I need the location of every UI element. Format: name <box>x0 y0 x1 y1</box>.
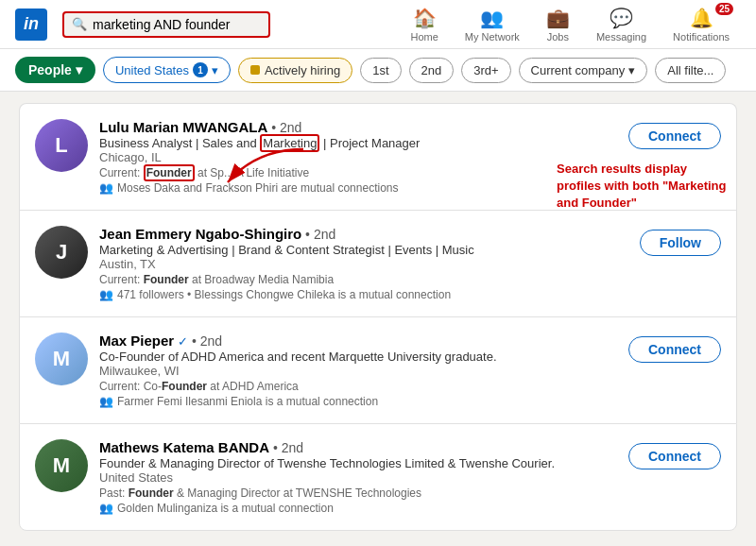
avatar-mathews-initials: M <box>53 453 70 478</box>
result-info-mathews: Mathews Katema BANDA • 2nd Founder & Man… <box>99 439 617 515</box>
avatar-lulu[interactable]: L <box>35 119 88 172</box>
messaging-icon: 💬 <box>610 7 633 29</box>
lulu-actions: Connect <box>628 119 721 195</box>
jean-location: Austin, TX <box>99 257 628 271</box>
nav-notifications-label: Notifications <box>673 31 730 43</box>
nav-messaging-label: Messaging <box>596 31 646 43</box>
search-results: L Lulu Marian MWANGALA • 2nd Business An… <box>19 103 737 531</box>
all-filters-button[interactable]: All filte... <box>655 58 726 83</box>
degree-1st-label: 1st <box>372 63 388 77</box>
max-name[interactable]: Max Pieper <box>99 333 174 349</box>
actively-hiring-label: Actively hiring <box>265 63 340 77</box>
degree-2nd-label: 2nd <box>421 63 442 77</box>
search-input[interactable] <box>93 17 261 32</box>
mathews-title: Founder & Managing Director of Twenshe T… <box>99 456 617 470</box>
jean-name[interactable]: Jean Emmery Ngabo-Shingiro <box>99 226 301 242</box>
mathews-degree: • 2nd <box>273 440 303 455</box>
mutual-icon: 👥 <box>99 181 113 195</box>
max-connect-button[interactable]: Connect <box>628 336 721 363</box>
notifications-icon: 🔔 <box>690 7 713 29</box>
jean-mutual: 👥 471 followers • Blessings Chongwe Chil… <box>99 288 628 301</box>
nav-network-label: My Network <box>465 31 520 43</box>
verified-icon: ✓ <box>178 334 188 349</box>
nav-network[interactable]: 👥 My Network <box>454 3 531 46</box>
nav-jobs[interactable]: 💼 Jobs <box>535 3 581 46</box>
people-chevron-icon: ▾ <box>76 62 82 77</box>
current-company-button[interactable]: Current company ▾ <box>519 58 648 83</box>
result-card-jean: J Jean Emmery Ngabo-Shingiro • 2nd Marke… <box>19 210 737 316</box>
network-icon: 👥 <box>480 7 504 29</box>
degree-2nd-button[interactable]: 2nd <box>409 58 455 83</box>
nav-jobs-label: Jobs <box>547 31 569 43</box>
max-degree: • 2nd <box>192 333 222 349</box>
mathews-mutual: 👥 Golden Mulinganiza is a mutual connect… <box>99 502 617 515</box>
jean-degree: • 2nd <box>305 227 335 242</box>
result-name-max: Max Pieper ✓ • 2nd <box>99 333 617 349</box>
max-current: Current: Co-Founder at ADHD America <box>99 380 617 393</box>
lulu-degree: • 2nd <box>271 120 301 135</box>
lulu-name[interactable]: Lulu Marian MWANGALA <box>99 119 267 135</box>
notifications-badge: 25 <box>715 3 733 15</box>
max-mutual-icon: 👥 <box>99 395 113 408</box>
mathews-name[interactable]: Mathews Katema BANDA <box>99 439 269 455</box>
search-box: 🔍 <box>62 11 270 38</box>
people-filter-label: People <box>28 62 72 77</box>
location-filter-button[interactable]: United States 1 ▾ <box>103 57 231 83</box>
top-navigation: in 🔍 🏠 Home 👥 My Network 💼 Jobs 💬 Messag… <box>0 0 756 49</box>
degree-1st-button[interactable]: 1st <box>360 58 401 83</box>
max-mutual: 👥 Farmer Femi Ilesanmi Eniola is a mutua… <box>99 395 617 408</box>
avatar-lulu-initials: L <box>55 133 67 158</box>
nav-notifications[interactable]: 🔔 25 Notifications <box>662 3 741 46</box>
degree-3rd-label: 3rd+ <box>473 63 498 77</box>
jean-follow-button[interactable]: Follow <box>640 230 721 256</box>
linkedin-logo[interactable]: in <box>15 9 47 41</box>
marketing-highlight: Marketing <box>260 134 319 152</box>
jean-actions: Follow <box>640 226 721 301</box>
nav-home-label: Home <box>410 31 438 43</box>
result-card-mathews: M Mathews Katema BANDA • 2nd Founder & M… <box>19 423 737 531</box>
nav-messaging[interactable]: 💬 Messaging <box>585 3 658 46</box>
avatar-jean-initials: J <box>56 240 67 264</box>
result-card-max: M Max Pieper ✓ • 2nd Co-Founder of ADHD … <box>19 316 737 423</box>
hiring-dot-icon <box>250 65 260 75</box>
max-location: Milwaukee, WI <box>99 364 617 378</box>
result-name-jean: Jean Emmery Ngabo-Shingiro • 2nd <box>99 226 628 242</box>
location-chevron-icon: ▾ <box>212 63 218 77</box>
nav-icons: 🏠 Home 👥 My Network 💼 Jobs 💬 Messaging 🔔… <box>399 3 741 46</box>
max-actions: Connect <box>628 333 721 408</box>
result-card-lulu: L Lulu Marian MWANGALA • 2nd Business An… <box>19 103 737 210</box>
company-chevron-icon: ▾ <box>628 63 635 77</box>
jean-title: Marketing & Advertising | Brand & Conten… <box>99 243 628 257</box>
location-count-badge: 1 <box>193 62 208 77</box>
result-name-mathews: Mathews Katema BANDA • 2nd <box>99 439 617 455</box>
jean-current: Current: Founder at Broadway Media Namib… <box>99 273 628 286</box>
mathews-mutual-icon: 👥 <box>99 502 113 515</box>
avatar-max[interactable]: M <box>35 333 88 385</box>
jean-mutual-icon: 👥 <box>99 288 113 301</box>
lulu-location: Chicago, IL <box>99 150 617 164</box>
lulu-connect-button[interactable]: Connect <box>628 123 721 149</box>
lulu-title: Business Analyst | Sales and Marketing |… <box>99 136 617 150</box>
max-title: Co-Founder of ADHD America and recent Ma… <box>99 350 617 364</box>
avatar-max-initials: M <box>53 347 70 371</box>
home-icon: 🏠 <box>413 7 437 29</box>
location-filter-label: United States <box>115 63 189 77</box>
filter-bar: People ▾ United States 1 ▾ Actively hiri… <box>0 49 756 92</box>
mathews-actions: Connect <box>628 439 721 515</box>
jobs-icon: 💼 <box>546 7 570 29</box>
lulu-current: Current: Founder at Sp... A Life Initiat… <box>99 166 617 179</box>
avatar-jean[interactable]: J <box>35 226 88 279</box>
avatar-mathews[interactable]: M <box>35 439 88 492</box>
people-filter-button[interactable]: People ▾ <box>15 57 95 83</box>
result-info-lulu: Lulu Marian MWANGALA • 2nd Business Anal… <box>99 119 617 195</box>
mathews-location: United States <box>99 470 617 485</box>
mathews-past: Past: Founder & Managing Director at TWE… <box>99 486 617 500</box>
lulu-mutual: 👥 Moses Daka and Frackson Phiri are mutu… <box>99 181 617 195</box>
mathews-connect-button[interactable]: Connect <box>628 443 721 469</box>
result-name-lulu: Lulu Marian MWANGALA • 2nd <box>99 119 617 135</box>
current-company-label: Current company <box>531 63 626 77</box>
actively-hiring-button[interactable]: Actively hiring <box>238 58 352 83</box>
degree-3rd-button[interactable]: 3rd+ <box>461 58 510 83</box>
result-info-max: Max Pieper ✓ • 2nd Co-Founder of ADHD Am… <box>99 333 617 408</box>
nav-home[interactable]: 🏠 Home <box>399 3 449 46</box>
